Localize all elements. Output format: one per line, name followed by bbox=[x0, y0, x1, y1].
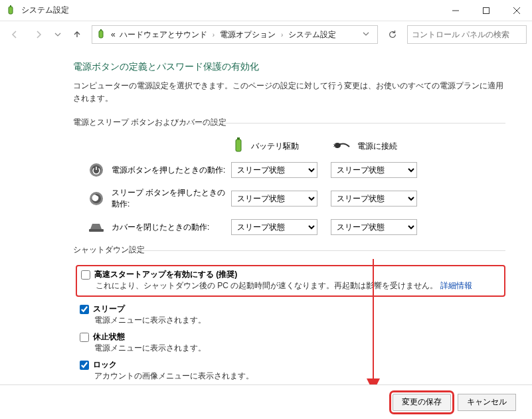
breadcrumb[interactable]: « ハードウェアとサウンド › 電源オプション › システム設定 bbox=[92, 25, 378, 44]
sleep-menu-checkbox[interactable] bbox=[80, 305, 89, 314]
breadcrumb-item[interactable]: ハードウェアとサウンド bbox=[118, 29, 209, 41]
fast-startup-description: これにより、シャットダウン後の PC の起動時間が速くなります。再起動は影響を受… bbox=[96, 281, 438, 290]
hibernate-menu-description: 電源メニューに表示されます。 bbox=[94, 343, 505, 354]
power-button-label: 電源ボタンを押したときの動作: bbox=[112, 165, 231, 176]
chevron-right-icon: › bbox=[278, 31, 286, 39]
power-button-row: 電源ボタンを押したときの動作: スリープ状態 スリープ状態 bbox=[73, 162, 505, 178]
fast-startup-checkbox[interactable] bbox=[81, 270, 90, 280]
breadcrumb-item[interactable]: システム設定 bbox=[287, 29, 337, 41]
power-options-icon bbox=[95, 29, 108, 40]
hibernate-menu-label: 休止状態 bbox=[93, 331, 125, 343]
sleep-menu-label: スリープ bbox=[93, 303, 125, 315]
cancel-button[interactable]: キャンセル bbox=[458, 394, 516, 411]
close-button[interactable] bbox=[501, 0, 532, 21]
sleep-button-label: スリープ ボタンを押したときの動作: bbox=[112, 187, 231, 210]
svg-rect-9 bbox=[237, 137, 240, 139]
lid-close-plugged-select[interactable]: スリープ状態 bbox=[331, 219, 417, 235]
hibernate-menu-checkbox[interactable] bbox=[80, 333, 89, 342]
sleep-button-row: スリープ ボタンを押したときの動作: スリープ状態 スリープ状態 bbox=[73, 187, 505, 210]
back-button[interactable] bbox=[5, 25, 24, 44]
search-input[interactable] bbox=[407, 25, 527, 44]
svg-rect-0 bbox=[9, 7, 13, 14]
breadcrumb-prefix: « bbox=[110, 30, 117, 39]
page-description: コンピューターの電源設定を選択できます。このページの設定に対して行う変更は、お使… bbox=[73, 80, 505, 105]
column-plugged-label: 電源に接続 bbox=[357, 141, 397, 152]
column-battery-label: バッテリ駆動 bbox=[251, 141, 299, 152]
lid-close-battery-select[interactable]: スリープ状態 bbox=[231, 219, 317, 235]
maximize-button[interactable] bbox=[471, 0, 501, 21]
breadcrumb-item[interactable]: 電源オプション bbox=[219, 29, 277, 41]
sleep-button-battery-select[interactable]: スリープ状態 bbox=[231, 191, 317, 207]
fast-startup-details-link[interactable]: 詳細情報 bbox=[440, 281, 472, 290]
save-button[interactable]: 変更の保存 bbox=[393, 394, 451, 411]
lid-close-label: カバーを閉じたときの動作: bbox=[112, 222, 231, 233]
window-title: システム設定 bbox=[21, 5, 69, 16]
svg-rect-11 bbox=[333, 144, 335, 145]
power-button-plugged-select[interactable]: スリープ状態 bbox=[331, 162, 417, 178]
up-button[interactable] bbox=[68, 25, 86, 44]
nav-bar: « ハードウェアとサウンド › 電源オプション › システム設定 bbox=[0, 21, 532, 48]
breadcrumb-dropdown[interactable] bbox=[357, 30, 375, 39]
recent-locations-button[interactable] bbox=[53, 25, 62, 44]
forward-button[interactable] bbox=[29, 25, 48, 44]
minimize-button[interactable] bbox=[440, 0, 471, 21]
svg-point-10 bbox=[334, 143, 341, 148]
lock-menu-label: ロック bbox=[93, 359, 117, 371]
group-shutdown-label: シャットダウン設定 bbox=[73, 244, 505, 256]
svg-rect-12 bbox=[333, 146, 335, 147]
svg-rect-17 bbox=[89, 229, 104, 232]
sleep-menu-description: 電源メニューに表示されます。 bbox=[94, 315, 505, 326]
lock-menu-description: アカウントの画像メニューに表示されます。 bbox=[94, 371, 505, 382]
svg-rect-1 bbox=[10, 5, 11, 7]
footer: 変更の保存 キャンセル bbox=[0, 384, 532, 419]
laptop-lid-icon bbox=[86, 221, 106, 233]
content-pane: 電源ボタンの定義とパスワード保護の有効化 コンピューターの電源設定を選択できます… bbox=[0, 48, 532, 400]
lid-close-row: カバーを閉じたときの動作: スリープ状態 スリープ状態 bbox=[73, 219, 505, 235]
chevron-right-icon: › bbox=[210, 31, 217, 39]
page-title: 電源ボタンの定義とパスワード保護の有効化 bbox=[73, 61, 505, 73]
power-button-icon bbox=[86, 163, 106, 177]
sleep-button-icon bbox=[86, 191, 106, 206]
svg-rect-7 bbox=[100, 29, 102, 31]
battery-icon bbox=[232, 137, 244, 155]
group-power-sleep-label: 電源とスリープ ボタンおよびカバーの設定 bbox=[73, 117, 505, 128]
fast-startup-label: 高速スタートアップを有効にする (推奨) bbox=[94, 269, 237, 280]
svg-rect-3 bbox=[484, 7, 489, 13]
lock-menu-checkbox[interactable] bbox=[80, 361, 89, 370]
column-battery-header: バッテリ駆動 bbox=[232, 137, 332, 155]
plug-icon bbox=[332, 140, 351, 153]
power-options-icon bbox=[5, 5, 17, 17]
power-button-battery-select[interactable]: スリープ状態 bbox=[231, 162, 317, 178]
column-plugged-header: 電源に接続 bbox=[332, 137, 432, 155]
svg-rect-8 bbox=[236, 139, 241, 151]
title-bar: システム設定 bbox=[0, 0, 532, 21]
svg-rect-6 bbox=[99, 31, 103, 38]
refresh-button[interactable] bbox=[383, 25, 402, 44]
annotation-highlight-fast-startup: 高速スタートアップを有効にする (推奨) これにより、シャットダウン後の PC … bbox=[76, 265, 505, 297]
sleep-button-plugged-select[interactable]: スリープ状態 bbox=[331, 191, 417, 207]
